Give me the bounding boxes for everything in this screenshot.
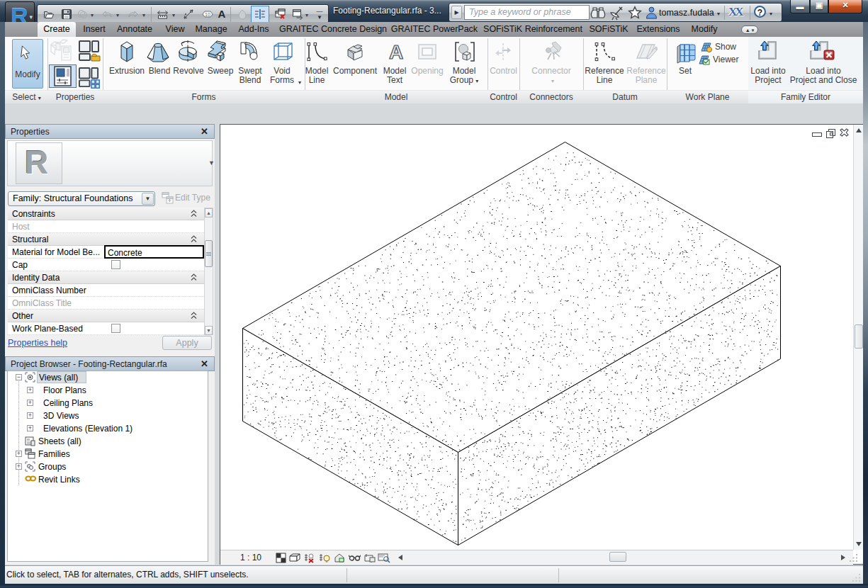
- svg-text:10: 10: [205, 12, 210, 17]
- svg-text:A: A: [389, 41, 403, 62]
